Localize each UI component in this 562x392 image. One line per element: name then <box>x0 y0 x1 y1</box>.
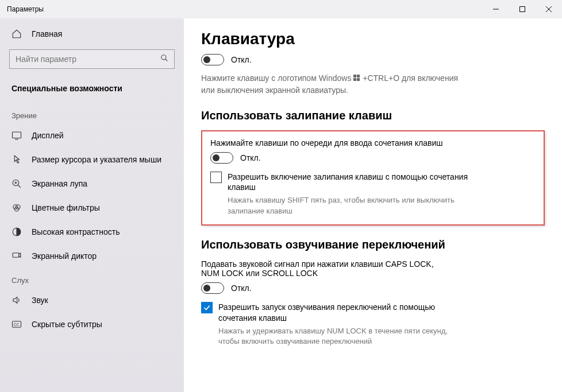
contrast-icon <box>11 227 23 237</box>
togglekeys-toggle-row: Откл. <box>201 282 545 294</box>
svg-text:CC: CC <box>14 323 20 327</box>
cursor-icon <box>11 154 23 165</box>
content-area: Клавиатура Откл. Нажмите клавишу с логот… <box>184 18 562 392</box>
toggle-state-label: Откл. <box>231 55 252 64</box>
sidebar-item-colorfilter[interactable]: Цветные фильтры <box>0 196 184 220</box>
sidebar-item-magnifier[interactable]: Экранная лупа <box>0 172 184 196</box>
search-icon <box>160 54 168 64</box>
sidebar-item-label: Звук <box>32 296 48 305</box>
cc-icon: CC <box>11 319 23 329</box>
sidebar-item-cursor[interactable]: Размер курсора и указателя мыши <box>0 148 184 172</box>
sticky-toggle-row: Откл. <box>210 152 536 164</box>
search-input[interactable] <box>16 55 160 64</box>
sticky-keys-toggle[interactable] <box>210 152 233 164</box>
onscreen-kbd-toggle-row: Откл. <box>201 54 545 65</box>
onscreen-kbd-desc: Нажмите клавишу с логотипом Windows +CTR… <box>201 72 465 96</box>
section-toggle-keys: Использовать озвучивание переключений <box>201 238 545 251</box>
sidebar-item-narrator[interactable]: Экранный диктор <box>0 244 184 268</box>
narrator-icon <box>11 251 23 261</box>
sidebar: Главная Специальные возможности Зрение Д… <box>0 18 184 392</box>
sidebar-item-audio[interactable]: Звук <box>0 288 184 312</box>
titlebar: Параметры <box>0 0 562 18</box>
section-sticky-keys: Использовать залипание клавиш <box>201 109 545 122</box>
category-title: Специальные возможности <box>0 78 184 103</box>
togglekeys-desc: Подавать звуковой сигнал при нажатии кла… <box>201 259 454 278</box>
svg-rect-19 <box>353 75 356 77</box>
sticky-keys-highlight-box: Нажимайте клавиши по очереди для ввода с… <box>201 130 545 226</box>
togglekeys-shortcut-row: Разрешить запуск озвучивания переключени… <box>201 302 545 347</box>
window-controls <box>483 0 562 18</box>
togglekeys-shortcut-label: Разрешить запуск озвучивания переключени… <box>218 302 460 324</box>
sidebar-item-label: Размер курсора и указателя мыши <box>32 155 161 164</box>
togglekeys-shortcut-desc: Нажать и удерживать клавишу NUM LOCK в т… <box>218 326 460 347</box>
windows-logo-icon <box>353 73 360 84</box>
sidebar-item-cc[interactable]: CC Скрытые субтитры <box>0 312 184 336</box>
svg-rect-22 <box>357 78 360 81</box>
home-link[interactable]: Главная <box>0 23 184 45</box>
magnifier-icon <box>11 178 23 189</box>
sidebar-item-label: Высокая контрастность <box>32 227 120 236</box>
sidebar-item-label: Экранная лупа <box>32 179 87 188</box>
sidebar-item-label: Скрытые субтитры <box>32 320 102 329</box>
sticky-desc: Нажимайте клавиши по очереди для ввода с… <box>210 138 463 148</box>
sidebar-item-label: Экранный диктор <box>32 251 97 261</box>
toggle-state-label: Откл. <box>240 153 261 162</box>
sticky-shortcut-desc: Нажать клавишу SHIFT пять раз, чтобы вкл… <box>228 195 469 216</box>
group-label-vision: Зрение <box>0 103 184 123</box>
onscreen-kbd-toggle[interactable] <box>201 54 224 65</box>
svg-rect-1 <box>520 7 525 12</box>
svg-rect-20 <box>357 75 360 77</box>
page-title: Клавиатура <box>201 30 545 48</box>
search-box[interactable] <box>9 49 175 69</box>
sticky-shortcut-label: Разрешить включение залипания клавиш с п… <box>228 172 469 193</box>
sidebar-item-label: Дисплей <box>32 131 64 140</box>
sticky-shortcut-row: Разрешить включение залипания клавиш с п… <box>210 172 536 216</box>
maximize-button[interactable] <box>509 0 536 18</box>
colorfilter-icon <box>11 203 23 213</box>
toggle-state-label: Откл. <box>231 284 252 293</box>
window-title: Параметры <box>7 5 483 13</box>
sidebar-item-contrast[interactable]: Высокая контрастность <box>0 220 184 244</box>
display-icon <box>11 130 23 141</box>
sidebar-item-display[interactable]: Дисплей <box>0 123 184 148</box>
audio-icon <box>11 295 23 305</box>
home-icon <box>11 29 23 39</box>
svg-line-5 <box>165 59 168 61</box>
sidebar-item-label: Цветные фильтры <box>32 203 100 212</box>
svg-point-4 <box>161 55 166 60</box>
minimize-button[interactable] <box>483 0 509 18</box>
togglekeys-shortcut-checkbox[interactable] <box>201 302 213 313</box>
sticky-shortcut-checkbox[interactable] <box>210 172 222 183</box>
svg-rect-21 <box>353 78 356 81</box>
close-button[interactable] <box>536 0 562 18</box>
group-label-hearing: Слух <box>0 268 184 288</box>
toggle-keys-toggle[interactable] <box>201 282 224 294</box>
home-label: Главная <box>32 29 62 38</box>
svg-rect-16 <box>13 253 19 258</box>
svg-line-9 <box>18 185 21 188</box>
svg-rect-6 <box>13 132 21 138</box>
